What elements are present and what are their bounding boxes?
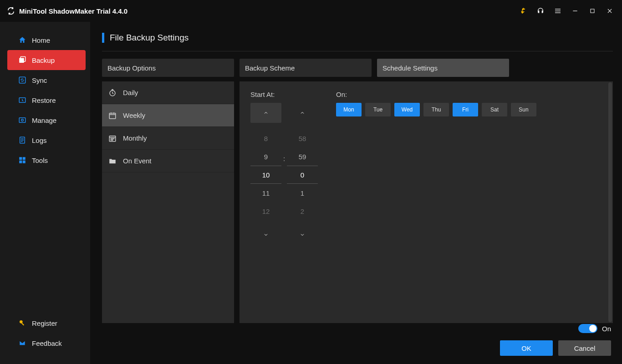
key-icon[interactable]: [517, 5, 529, 17]
schedule-tab-weekly[interactable]: Weekly: [102, 104, 234, 127]
hour-value[interactable]: 9: [250, 147, 281, 166]
svg-rect-7: [19, 58, 24, 63]
schedule-tab-monthly[interactable]: Monthly: [102, 127, 234, 150]
day-chip-wed[interactable]: Wed: [394, 103, 420, 116]
sidebar-item-tools[interactable]: Tools: [0, 150, 90, 170]
minute-spinner: 58 59 0 1 2: [287, 103, 318, 245]
main-content: File Backup Settings Backup Options Back…: [90, 22, 622, 364]
minute-value[interactable]: 2: [287, 202, 318, 220]
sidebar-item-manage[interactable]: Manage: [0, 110, 90, 130]
tab-schedule-settings[interactable]: Schedule Settings: [377, 59, 509, 77]
footer: On OK Cancel: [102, 323, 613, 357]
svg-rect-11: [19, 118, 25, 123]
calendar-week-icon: [107, 111, 118, 120]
sidebar-item-label: Sync: [32, 76, 47, 84]
svg-point-33: [111, 140, 112, 141]
day-label: Tue: [373, 106, 382, 113]
hour-value[interactable]: 11: [250, 184, 281, 202]
minute-value[interactable]: 58: [287, 129, 318, 147]
minute-value-selected[interactable]: 0: [287, 166, 318, 184]
day-chip-mon[interactable]: Mon: [336, 103, 362, 116]
minute-value[interactable]: 59: [287, 147, 318, 166]
schedule-tab-label: Monthly: [123, 134, 147, 142]
schedule-type-list: Daily Weekly Monthly On Event: [102, 81, 234, 323]
backup-icon: [17, 56, 27, 64]
titlebar: MiniTool ShadowMaker Trial 4.4.0: [0, 0, 622, 22]
sidebar-item-logs[interactable]: Logs: [0, 130, 90, 150]
sidebar-item-label: Manage: [32, 116, 56, 124]
headset-icon[interactable]: [535, 5, 546, 17]
page-header: File Backup Settings: [102, 33, 613, 43]
schedule-tab-label: Weekly: [123, 111, 145, 119]
hour-value[interactable]: 12: [250, 202, 281, 220]
hour-value[interactable]: 8: [250, 129, 281, 147]
top-tabs: Backup Options Backup Scheme Schedule Se…: [102, 59, 613, 77]
scrollbar[interactable]: [608, 82, 612, 322]
day-label: Wed: [402, 106, 413, 113]
tools-icon: [17, 156, 27, 164]
sidebar-item-label: Restore: [32, 96, 56, 104]
tab-backup-options[interactable]: Backup Options: [102, 59, 234, 77]
schedule-tab-label: Daily: [123, 89, 138, 96]
sidebar-item-backup[interactable]: Backup: [7, 50, 86, 70]
svg-point-31: [112, 138, 113, 139]
home-icon: [17, 36, 27, 44]
time-colon: :: [281, 155, 287, 162]
day-label: Thu: [432, 106, 441, 113]
svg-rect-19: [19, 161, 22, 163]
day-chip-thu[interactable]: Thu: [423, 103, 449, 116]
sidebar: Home Backup Sync Restore Manage: [0, 22, 90, 364]
start-at-label: Start At:: [250, 91, 318, 98]
menu-icon[interactable]: [552, 5, 564, 17]
sidebar-item-label: Tools: [32, 157, 48, 164]
svg-rect-1: [555, 10, 561, 11]
day-chip-sun[interactable]: Sun: [511, 103, 536, 116]
svg-rect-24: [109, 113, 116, 118]
day-chip-tue[interactable]: Tue: [365, 103, 391, 116]
app-title: MiniTool ShadowMaker Trial 4.4.0: [19, 7, 127, 15]
sidebar-item-restore[interactable]: Restore: [0, 90, 90, 110]
minimize-button[interactable]: [569, 5, 581, 17]
hour-down-button[interactable]: [250, 225, 281, 245]
minute-value[interactable]: 1: [287, 184, 318, 202]
svg-rect-18: [23, 157, 25, 160]
days-area: On: Mon Tue Wed Thu Fri Sat Sun: [336, 91, 536, 314]
schedule-tab-daily[interactable]: Daily: [102, 81, 234, 104]
svg-rect-9: [19, 77, 25, 83]
tab-backup-scheme[interactable]: Backup Scheme: [240, 59, 372, 77]
cancel-button[interactable]: Cancel: [558, 340, 611, 356]
svg-rect-0: [555, 9, 561, 9]
hour-up-button[interactable]: [250, 103, 281, 123]
on-label: On:: [336, 91, 536, 98]
sidebar-item-home[interactable]: Home: [0, 30, 90, 50]
svg-point-32: [113, 138, 114, 139]
hour-spinner: 8 9 10 11 12: [250, 103, 281, 245]
svg-point-34: [112, 140, 113, 141]
hour-value-selected[interactable]: 10: [250, 166, 281, 184]
button-label: Cancel: [574, 344, 596, 352]
minute-down-button[interactable]: [287, 225, 318, 245]
minute-up-button[interactable]: [287, 103, 318, 123]
sidebar-item-label: Register: [32, 319, 57, 327]
sidebar-item-feedback[interactable]: Feedback: [0, 333, 90, 353]
start-at-area: Start At: 8 9 10 11 12: [250, 91, 318, 314]
page-title: File Backup Settings: [110, 33, 189, 43]
toggle-label: On: [602, 325, 611, 333]
maximize-button[interactable]: [586, 5, 598, 17]
ok-button[interactable]: OK: [500, 340, 553, 356]
day-chip-sat[interactable]: Sat: [482, 103, 507, 116]
schedule-enable-toggle[interactable]: [578, 324, 597, 333]
day-label: Mon: [343, 106, 354, 113]
app-logo-icon: [6, 6, 15, 15]
sidebar-item-sync[interactable]: Sync: [0, 70, 90, 90]
schedule-tab-on-event[interactable]: On Event: [102, 150, 234, 172]
svg-point-30: [111, 138, 112, 139]
key-icon: [17, 319, 27, 327]
day-chip-fri[interactable]: Fri: [453, 103, 478, 116]
days-row: Mon Tue Wed Thu Fri Sat Sun: [336, 103, 536, 116]
close-button[interactable]: [604, 5, 616, 17]
accent-bar: [102, 33, 104, 43]
logs-icon: [17, 136, 27, 144]
sidebar-item-register[interactable]: Register: [0, 313, 90, 333]
svg-rect-4: [591, 9, 594, 13]
